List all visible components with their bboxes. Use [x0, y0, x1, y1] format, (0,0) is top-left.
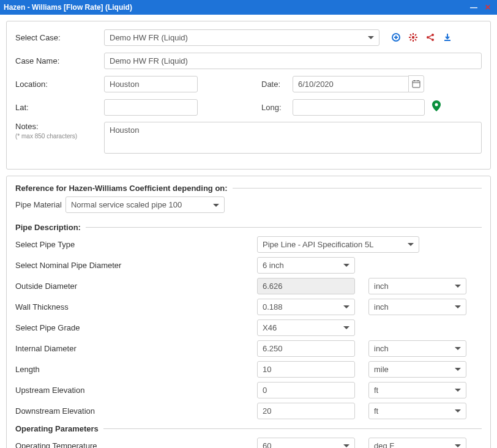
op-value-dropdown[interactable]: 60: [257, 438, 355, 449]
pipe-material-label: Pipe Material: [15, 200, 62, 209]
pipe-label: Select Pipe Type: [15, 240, 257, 249]
pipe-description-legend: Pipe Description:: [15, 223, 81, 232]
pipe-value-input[interactable]: [257, 382, 355, 398]
close-button[interactable]: ✕: [485, 0, 491, 15]
notes-textarea[interactable]: Houston: [104, 122, 482, 154]
add-icon[interactable]: [390, 32, 402, 43]
notes-label: Notes: (* max 850 characters): [15, 122, 104, 140]
download-icon[interactable]: [442, 32, 453, 43]
pipe-value-input: [257, 278, 355, 294]
pipe-row: Outside Diameterinch: [15, 277, 482, 294]
share-icon[interactable]: [425, 32, 436, 43]
operating-params-legend: Operating Parameters: [15, 424, 99, 433]
pipe-row: Lengthmile: [15, 360, 482, 378]
pipe-unit-dropdown[interactable]: ft: [368, 382, 466, 398]
reference-legend: Reference for Hazen-Williams Coefficient…: [15, 184, 228, 193]
pipe-material-dropdown[interactable]: Normal service scaled pipe 100: [65, 196, 225, 213]
case-name-label: Case Name:: [15, 56, 104, 65]
location-input[interactable]: [104, 76, 198, 92]
date-label: Date:: [261, 80, 293, 89]
pipe-label: Select Pipe Grade: [15, 323, 257, 332]
svg-point-6: [435, 103, 438, 106]
op-row: Operating Temperature60deg F: [15, 437, 482, 448]
pipe-unit-dropdown[interactable]: inch: [368, 340, 466, 357]
select-case-dropdown[interactable]: Demo HW FR (Liquid): [104, 29, 379, 46]
lat-input[interactable]: [104, 99, 198, 116]
pipe-label: Outside Diameter: [15, 282, 257, 291]
pipe-value-dropdown[interactable]: X46: [257, 319, 355, 336]
pipe-label: Internal Diameter: [15, 344, 257, 353]
svg-point-1: [412, 36, 414, 39]
select-case-label: Select Case:: [15, 33, 104, 42]
case-name-input[interactable]: [104, 53, 482, 69]
pipe-label: Downstream Elevation: [15, 406, 257, 416]
pipe-unit-dropdown[interactable]: mile: [368, 361, 466, 378]
svg-point-3: [432, 34, 434, 36]
op-label: Operating Temperature: [15, 441, 257, 449]
op-unit-dropdown[interactable]: deg F: [368, 438, 466, 449]
location-pin-icon[interactable]: [432, 100, 441, 114]
pipe-unit-dropdown[interactable]: inch: [368, 278, 466, 294]
pipe-row: Downstream Elevationft: [15, 402, 482, 419]
content-scroll[interactable]: Select Case: Demo HW FR (Liquid): [0, 15, 497, 448]
location-label: Location:: [15, 80, 104, 89]
pipe-label: Wall Thickness: [15, 302, 257, 312]
calendar-icon[interactable]: [408, 75, 424, 92]
pipe-value-input[interactable]: [257, 361, 355, 378]
pipe-row: Select Pipe TypePipe Line - API Specific…: [15, 236, 482, 253]
pipe-row: Wall Thickness0.188inch: [15, 298, 482, 315]
pipe-row: Select Nominal Pipe Diameter6 inch: [15, 256, 482, 274]
case-panel: Select Case: Demo HW FR (Liquid): [6, 21, 491, 170]
pipe-row: Select Pipe GradeX46: [15, 319, 482, 336]
pipe-label: Upstream Elevation: [15, 386, 257, 395]
minimize-button[interactable]: —: [470, 0, 477, 15]
pipe-value-input[interactable]: [257, 340, 355, 357]
window-title: Hazen - Williams [Flow Rate] (Liquid): [4, 0, 132, 15]
date-input[interactable]: [293, 76, 409, 92]
pipe-label: Length: [15, 365, 257, 374]
pipe-value-dropdown[interactable]: 0.188: [257, 299, 355, 315]
pipe-row: Internal Diameterinch: [15, 340, 482, 357]
long-input[interactable]: [293, 99, 425, 116]
svg-rect-5: [413, 81, 420, 88]
pipe-row: Upstream Elevationft: [15, 381, 482, 398]
pipe-unit-dropdown[interactable]: inch: [368, 299, 466, 315]
pipe-value-input[interactable]: [257, 403, 355, 419]
pipe-value-dropdown[interactable]: 6 inch: [257, 257, 355, 274]
pipe-value-dropdown[interactable]: Pipe Line - API Specification 5L: [257, 236, 419, 253]
pipe-unit-dropdown[interactable]: ft: [368, 403, 466, 419]
lat-label: Lat:: [15, 103, 104, 112]
gear-icon[interactable]: [408, 32, 419, 43]
svg-point-4: [432, 39, 434, 41]
titlebar: Hazen - Williams [Flow Rate] (Liquid) — …: [0, 0, 497, 15]
long-label: Long:: [261, 103, 293, 112]
pipe-label: Select Nominal Pipe Diameter: [15, 261, 257, 270]
details-panel: Reference for Hazen-Williams Coefficient…: [6, 176, 491, 448]
svg-point-2: [427, 36, 429, 39]
